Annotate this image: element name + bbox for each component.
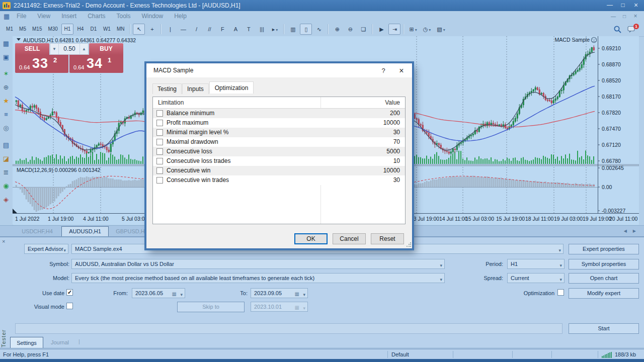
zoom-in-button[interactable]: ⊕ <box>331 24 343 35</box>
row-value[interactable]: 10000 <box>383 119 400 126</box>
sell-price[interactable]: 0.64 33 2 <box>15 55 68 73</box>
buy-button[interactable]: BUY <box>89 43 123 55</box>
metaeditor-icon[interactable]: ◪ <box>2 154 11 163</box>
menu-tools[interactable]: Tools <box>111 11 136 22</box>
line-chart-button[interactable]: ∿ <box>313 24 325 35</box>
tab-scroll-left-icon[interactable]: ◀ <box>624 229 627 233</box>
chart-shift-button[interactable]: ⇥ <box>388 24 400 35</box>
dialog-resize-grip[interactable] <box>406 242 411 247</box>
row-checkbox[interactable] <box>156 139 163 145</box>
table-row[interactable]: Consecutive loss5000 <box>153 147 405 156</box>
templates-icon[interactable]: ★ <box>2 97 11 106</box>
dialog-title-bar[interactable]: MACD Sample ? × <box>146 63 412 77</box>
candlestick-chart-button[interactable]: ▯ <box>300 24 312 35</box>
open-chart-button[interactable]: Open chart <box>569 273 639 284</box>
timeframe-h4[interactable]: H4 <box>74 24 87 35</box>
volume-value[interactable]: 0.50 <box>58 44 80 54</box>
menu-insert[interactable]: Insert <box>56 11 82 22</box>
menu-view[interactable]: View <box>32 11 56 22</box>
mdi-close-button[interactable]: × <box>631 13 640 20</box>
timeframe-d1[interactable]: D1 <box>88 24 100 35</box>
window-close-button[interactable]: × <box>630 1 642 10</box>
chart-tab-usdchf-h4[interactable]: USDCHF,H4 <box>14 227 60 236</box>
timeframe-m15[interactable]: M15 <box>30 24 44 35</box>
to-date-field[interactable]: 2023.09.05 ▦ ▾ <box>251 288 308 298</box>
cursor-tool[interactable]: ↖ <box>133 24 145 35</box>
dropdown-arrow-icon[interactable]: ▾ <box>429 28 431 32</box>
use-date-checkbox[interactable]: ✓ <box>66 289 73 296</box>
fibonacci-tool[interactable]: F <box>216 24 228 35</box>
cycle-lines-tool[interactable]: ||| <box>256 24 268 35</box>
table-row[interactable]: Consecutive win trades30 <box>153 175 405 185</box>
channel-tool[interactable]: // <box>203 24 215 35</box>
indicators-icon[interactable]: ✶ <box>2 69 11 78</box>
row-value[interactable]: 70 <box>393 138 400 145</box>
new-order-icon[interactable]: ▤ <box>2 141 11 150</box>
expert-properties-button[interactable]: Expert properties <box>569 244 639 254</box>
period-select[interactable]: H1 ▾ <box>507 259 565 269</box>
row-checkbox[interactable] <box>156 120 163 126</box>
crosshair-icon[interactable]: ⊕ <box>2 83 11 92</box>
arrows-tool[interactable]: ▸▾ <box>269 24 281 35</box>
table-row[interactable]: Consecutive loss trades10 <box>153 156 405 166</box>
crosshair-tool[interactable]: + <box>146 24 158 35</box>
tab-settings[interactable]: Settings <box>10 337 43 348</box>
search-icon[interactable] <box>613 25 622 34</box>
optimization-checkbox[interactable] <box>557 289 564 296</box>
model-select[interactable]: Every tick (the most precise method base… <box>71 273 445 283</box>
start-button[interactable]: Start <box>569 323 639 334</box>
new-order-button[interactable]: ⊞▾ <box>407 24 419 35</box>
table-row[interactable]: Consecutive win10000 <box>153 166 405 175</box>
row-value[interactable]: 5000 <box>386 148 400 155</box>
expert-type-select[interactable]: Expert Advisor ▾ <box>24 244 68 254</box>
auto-scroll-button[interactable]: ▶ <box>375 24 387 35</box>
volume-decrease-button[interactable]: ▼ <box>50 44 59 54</box>
window-restore-button[interactable]: □ <box>617 1 629 10</box>
symbol-properties-button[interactable]: Symbol properties <box>569 259 639 269</box>
text-tool[interactable]: A <box>229 24 242 35</box>
volume-increase-button[interactable]: ▲ <box>79 44 88 54</box>
timeframe-w1[interactable]: W1 <box>101 24 113 35</box>
tab-scroll-right-icon[interactable]: ▶ <box>633 229 636 233</box>
menu-file[interactable]: File <box>11 11 32 22</box>
mdi-restore-button[interactable]: □ <box>620 13 629 20</box>
menu-charts[interactable]: Charts <box>82 11 111 22</box>
visual-mode-checkbox[interactable] <box>66 303 73 309</box>
row-value[interactable]: 10000 <box>383 167 400 174</box>
table-row[interactable]: Balance minimum200 <box>153 109 405 118</box>
row-value[interactable]: 200 <box>390 110 400 117</box>
dialog-close-button[interactable]: × <box>395 66 408 75</box>
row-checkbox[interactable] <box>156 177 163 184</box>
market-icon[interactable]: ◈ <box>2 195 11 204</box>
dropdown-arrow-icon[interactable]: ▾ <box>276 28 278 32</box>
row-checkbox[interactable] <box>156 110 163 117</box>
profiles-icon[interactable]: ▣ <box>2 53 11 62</box>
dialog-tab-inputs[interactable]: Inputs <box>182 83 209 94</box>
zoom-out-button[interactable]: ⊖ <box>344 24 356 35</box>
new-chart-icon[interactable]: ▦ <box>2 39 11 48</box>
tile-windows-button[interactable]: ❏ <box>357 24 369 35</box>
row-checkbox[interactable] <box>156 158 163 164</box>
timeframe-h1[interactable]: H1 <box>61 24 73 35</box>
dialog-help-button[interactable]: ? <box>377 66 390 75</box>
table-row[interactable]: Minimal margin level %30 <box>153 128 405 137</box>
dialog-tab-optimization[interactable]: Optimization <box>209 81 254 94</box>
cancel-button[interactable]: Cancel <box>333 233 366 244</box>
chart-system-icon[interactable]: ▦ <box>4 13 10 20</box>
modify-expert-button[interactable]: Modify expert <box>569 288 639 299</box>
reset-button[interactable]: Reset <box>371 233 404 244</box>
dialog-tab-testing[interactable]: Testing <box>152 83 182 94</box>
timeframe-m1[interactable]: M1 <box>4 24 16 35</box>
trendline-tool[interactable]: / <box>190 24 202 35</box>
menu-help[interactable]: Help <box>169 11 192 22</box>
tester-close-icon[interactable]: × <box>2 238 5 244</box>
row-checkbox[interactable] <box>156 129 163 136</box>
bar-chart-button[interactable]: ▥ <box>287 24 299 35</box>
market-watch-icon[interactable]: ≡ <box>2 110 11 119</box>
chart-tab-audusd-h1[interactable]: AUDUSD,H1 <box>61 226 109 237</box>
row-value[interactable]: 30 <box>393 129 400 136</box>
row-value[interactable]: 10 <box>393 157 400 164</box>
data-window-icon[interactable]: ◎ <box>2 124 11 133</box>
table-row[interactable]: Maximal drawdown70 <box>153 137 405 147</box>
row-checkbox[interactable] <box>156 167 163 174</box>
